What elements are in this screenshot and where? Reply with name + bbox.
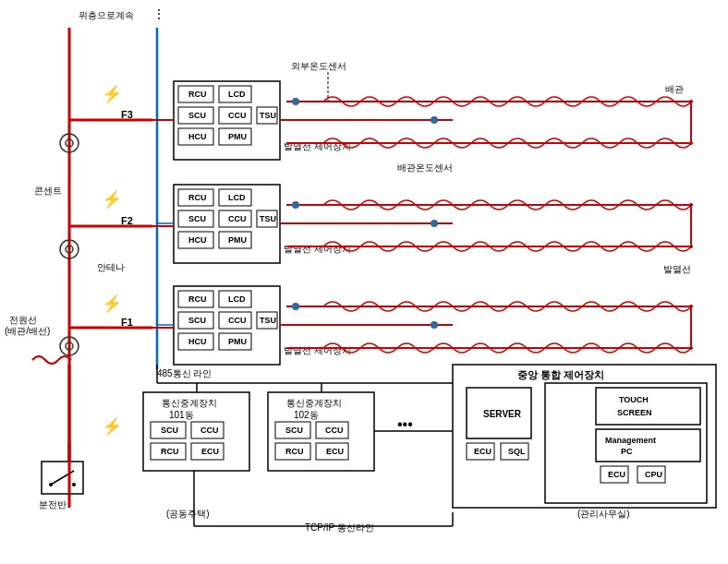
svg-text:PMU: PMU xyxy=(228,337,247,346)
diagram: 위층으로계속 ⋮ ⚡ ⚡ ⚡ ⚡ F3 RCU LCD SCU xyxy=(0,0,728,564)
svg-text:HCU: HCU xyxy=(188,337,207,346)
svg-text:(공동주택): (공동주택) xyxy=(166,509,210,519)
svg-text:발열선: 발열선 xyxy=(663,264,691,274)
svg-text:485통신 라인: 485통신 라인 xyxy=(157,368,212,378)
svg-text:SCU: SCU xyxy=(285,426,303,435)
svg-text:CCU: CCU xyxy=(228,214,247,223)
svg-text:LCD: LCD xyxy=(228,294,246,304)
svg-point-40 xyxy=(431,116,438,124)
svg-text:⚡: ⚡ xyxy=(102,294,123,314)
svg-text:⚡: ⚡ xyxy=(102,416,123,437)
svg-text:CPU: CPU xyxy=(645,470,662,479)
svg-text:(관리사무실): (관리사무실) xyxy=(577,509,630,519)
svg-text:LCD: LCD xyxy=(228,193,246,202)
svg-text:102동: 102동 xyxy=(294,410,319,420)
svg-point-105 xyxy=(72,483,76,486)
svg-text:ECU: ECU xyxy=(608,470,625,479)
svg-text:PC: PC xyxy=(621,447,633,456)
svg-point-86 xyxy=(431,321,438,329)
svg-text:TCP/IP 통신라인: TCP/IP 통신라인 xyxy=(305,522,374,533)
svg-rect-146 xyxy=(596,429,700,462)
svg-point-85 xyxy=(292,303,299,310)
diagram-svg: 위층으로계속 ⋮ ⚡ ⚡ ⚡ ⚡ F3 RCU LCD SCU xyxy=(0,0,728,564)
svg-text:⚡: ⚡ xyxy=(102,189,123,210)
label-up: 위층으로계속 xyxy=(79,10,134,20)
svg-text:SCU: SCU xyxy=(188,214,206,223)
svg-point-63 xyxy=(431,220,438,227)
svg-text:TSU: TSU xyxy=(260,111,276,120)
svg-text:RCU: RCU xyxy=(188,193,207,202)
svg-text:통신중계장치: 통신중계장치 xyxy=(162,398,217,408)
svg-text:⚡: ⚡ xyxy=(102,84,123,104)
svg-text:SCU: SCU xyxy=(161,426,178,435)
svg-text:ECU: ECU xyxy=(474,447,491,456)
svg-text:TSU: TSU xyxy=(260,316,276,325)
svg-text:RCU: RCU xyxy=(188,90,207,99)
svg-text:RCU: RCU xyxy=(161,447,179,456)
svg-point-39 xyxy=(292,98,299,105)
svg-text:CCU: CCU xyxy=(228,316,247,325)
svg-text:CCU: CCU xyxy=(228,111,247,120)
svg-point-62 xyxy=(292,201,299,209)
svg-text:콘센트: 콘센트 xyxy=(34,186,62,196)
svg-text:ECU: ECU xyxy=(326,447,344,456)
svg-text:101동: 101동 xyxy=(169,410,194,420)
svg-text:CCU: CCU xyxy=(325,426,344,435)
svg-text:SCU: SCU xyxy=(188,111,206,120)
svg-text:PMU: PMU xyxy=(228,132,247,141)
svg-text:배관온도센서: 배관온도센서 xyxy=(397,162,453,173)
svg-text:ECU: ECU xyxy=(201,447,219,456)
svg-text:통신중계장치: 통신중계장치 xyxy=(286,398,342,408)
svg-text:⋮: ⋮ xyxy=(152,6,165,21)
svg-point-104 xyxy=(49,483,53,486)
svg-text:F1: F1 xyxy=(121,317,133,328)
svg-rect-143 xyxy=(596,388,700,425)
svg-text:HCU: HCU xyxy=(188,235,207,245)
svg-text:HCU: HCU xyxy=(188,132,207,141)
svg-text:(배관/배선): (배관/배선) xyxy=(5,326,50,336)
svg-text:전원선: 전원선 xyxy=(9,315,37,325)
svg-text:RCU: RCU xyxy=(188,294,207,304)
svg-text:SERVER: SERVER xyxy=(483,409,522,419)
svg-text:PMU: PMU xyxy=(228,235,247,245)
svg-text:•••: ••• xyxy=(397,416,413,432)
svg-text:LCD: LCD xyxy=(228,90,246,99)
svg-text:SQL: SQL xyxy=(508,447,526,456)
svg-text:TOUCH: TOUCH xyxy=(619,395,649,404)
svg-text:분전반: 분전반 xyxy=(39,499,67,510)
svg-text:F2: F2 xyxy=(121,215,133,226)
svg-text:F3: F3 xyxy=(121,109,133,120)
svg-text:안테나: 안테나 xyxy=(97,262,125,272)
svg-text:RCU: RCU xyxy=(285,447,304,456)
svg-text:SCU: SCU xyxy=(188,316,206,325)
svg-text:배관: 배관 xyxy=(665,84,684,94)
svg-text:중앙 통합 제어장치: 중앙 통합 제어장치 xyxy=(517,369,604,380)
svg-text:SCREEN: SCREEN xyxy=(617,408,652,417)
svg-text:외부온도센서: 외부온도센서 xyxy=(291,61,346,71)
svg-text:TSU: TSU xyxy=(260,214,276,223)
svg-text:CCU: CCU xyxy=(200,426,219,435)
svg-text:Management: Management xyxy=(605,436,656,445)
